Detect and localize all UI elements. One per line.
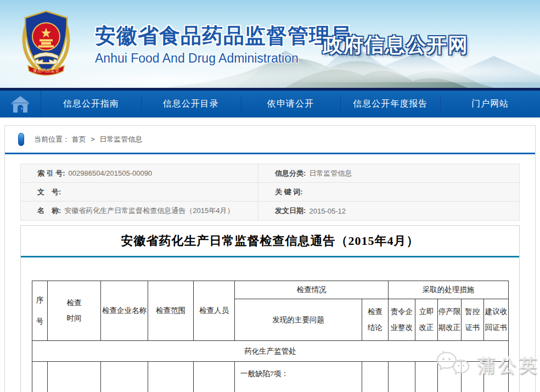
col-header-seq: 序 号 (32, 281, 48, 341)
cell-scope (148, 362, 194, 392)
home-icon (10, 96, 30, 113)
cell-seq (32, 362, 48, 392)
index-number-value: 002986504/201505-00090 (69, 169, 153, 177)
cell-conclusion (362, 362, 389, 392)
index-number-label: 索 引 号: (37, 169, 65, 178)
section-header-cell: 药化生产监管处 (32, 341, 509, 362)
breadcrumb-pill-icon (18, 133, 24, 146)
col-header-company: 检查企业名称 (101, 281, 148, 341)
title-underline (21, 256, 519, 257)
col-header-recommend-revoke: 建议收 回证书 (484, 299, 509, 341)
meta-row-name-pubdate: 名 称: 安徽省药化生产日常监督检查信息通告（2015年4月） 发文日期: 20… (21, 201, 519, 220)
breadcrumb-home-link[interactable]: 首页 (72, 135, 86, 143)
cell-recommend-revoke (484, 362, 509, 392)
cell-order-rectification (389, 362, 415, 392)
info-category-label: 信息分类: (275, 169, 306, 178)
cell-inspectors (194, 362, 235, 392)
cell-company (101, 362, 148, 392)
cell-time (48, 362, 101, 392)
content-wrapper: 当前位置： 首页 > 日常监管信息 索 引 号: 002986504/20150… (4, 125, 536, 392)
breadcrumb-current: 日常监管信息 (99, 135, 142, 143)
col-header-order-rectification: 责令企 业整改 (389, 299, 415, 341)
table-data-row: 一般缺陷7项： 1、麻醉药品专库内未设监控探头，且 (32, 362, 509, 392)
breadcrumb-label: 当前位置： (34, 135, 70, 143)
col-header-time: 检查 时间 (48, 281, 101, 341)
site-name: 政府信息公开网 (323, 32, 469, 59)
meta-row-docnum-keywords: 文 号: 关 键 词: (21, 183, 519, 201)
meta-row-index-category: 索 引 号: 002986504/201505-00090 信息分类: 日常监管… (21, 164, 519, 183)
breadcrumb: 当前位置： 首页 > 日常监管信息 (5, 126, 535, 153)
cell-immediate-correction (415, 362, 438, 392)
col-header-halt-production: 停产限 期改正 (438, 299, 462, 341)
cell-suspend-certificate (462, 362, 484, 392)
document-number-label: 文 号: (37, 187, 61, 197)
col-header-scope: 检查范围 (148, 281, 194, 341)
nav-item-annual-report[interactable]: 信息公开年度报告 (340, 91, 440, 117)
header-banner: 食品药品监管 安徽省食品药品监督管理局 Anhui Food And Drug … (0, 0, 540, 88)
emblem-ribbon-text: 食品药品监管 (32, 68, 59, 73)
col-header-suspend-certificate: 暂控 证书 (462, 299, 484, 341)
food-drug-administration-emblem-icon: 食品药品监管 (19, 9, 74, 79)
col-group-situation: 检查情况 (235, 281, 389, 299)
document-meta-table: 索 引 号: 002986504/201505-00090 信息分类: 日常监管… (20, 164, 520, 221)
col-header-inspectors: 检查人员 (194, 281, 235, 341)
nav-item-disclosure-catalog[interactable]: 信息公开目录 (141, 91, 241, 117)
document-name-label: 名 称: (37, 206, 61, 216)
publish-date-label: 发文日期: (275, 206, 306, 216)
org-name-english: Anhui Food And Drug Administration (95, 51, 352, 66)
inspection-table: 序 号 检查 时间 检查企业名称 检查范围 检查人员 检查情况 采取的处理措施 … (32, 281, 509, 392)
info-category-value: 日常监管信息 (309, 169, 352, 178)
nav-home-button[interactable] (0, 91, 41, 117)
document-title: 安徽省药化生产日常监督检查信息通告（2015年4月） (21, 233, 519, 249)
document-content-box: 安徽省药化生产日常监督检查信息通告（2015年4月） 序 号 检查 时间 检查企… (20, 225, 520, 392)
table-section-row: 药化生产监管处 (32, 341, 509, 362)
publish-date-value: 2015-05-12 (309, 207, 346, 215)
col-header-problems: 发现的主要问题 (235, 299, 362, 341)
org-name-chinese: 安徽省食品药品监督管理局 (95, 22, 352, 50)
keywords-label: 关 键 词: (275, 187, 303, 197)
problems-line-1: 一般缺陷7项： (240, 369, 358, 379)
nav-item-portal-site[interactable]: 门户网站 (440, 91, 540, 117)
col-header-conclusion: 检查 结论 (362, 299, 389, 341)
cell-halt-production (438, 362, 462, 392)
breadcrumb-divider (5, 153, 535, 154)
main-navigation: 信息公开指南 信息公开目录 依申请公开 信息公开年度报告 门户网站 (0, 91, 540, 117)
document-name-value: 安徽省药化生产日常监督检查信息通告（2015年4月） (64, 206, 234, 216)
table-header-row-1: 序 号 检查 时间 检查企业名称 检查范围 检查人员 检查情况 采取的处理措施 (32, 281, 509, 299)
col-group-measures: 采取的处理措施 (389, 281, 509, 299)
nav-item-disclosure-by-request[interactable]: 依申请公开 (241, 91, 341, 117)
breadcrumb-separator: > (91, 135, 95, 143)
nav-item-disclosure-guide[interactable]: 信息公开指南 (41, 91, 141, 117)
cell-problems: 一般缺陷7项： 1、麻醉药品专库内未设监控探头，且 (235, 362, 362, 392)
col-header-immediate-correction: 立即 改正 (415, 299, 438, 341)
